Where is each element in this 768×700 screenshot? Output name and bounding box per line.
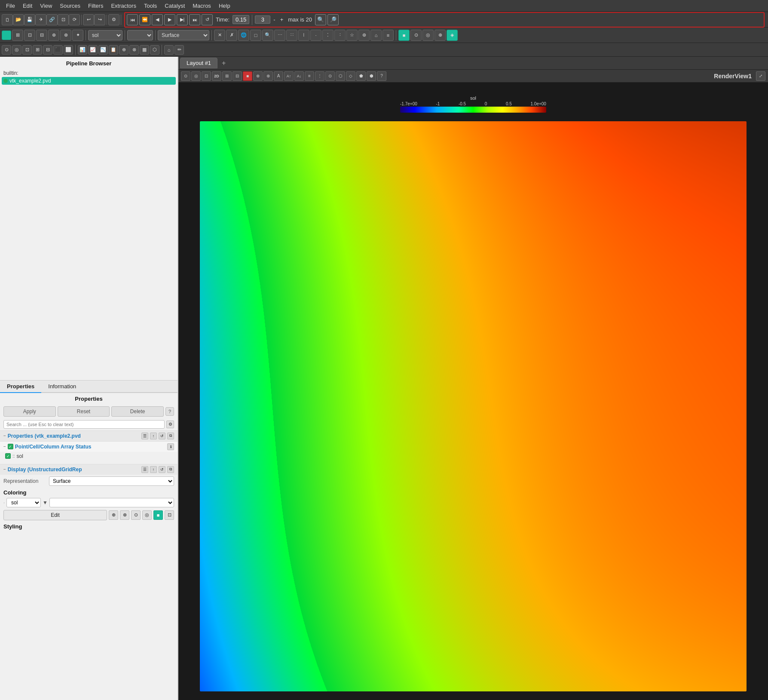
tb2-btn5[interactable]: ⊕ xyxy=(48,30,59,41)
coloring-field-select[interactable]: sol xyxy=(6,498,41,507)
tb2-btn4[interactable]: ⊟ xyxy=(36,30,47,41)
menu-catalyst[interactable]: Catalyst xyxy=(161,2,188,10)
tb2-cross2[interactable]: ✗ xyxy=(226,30,237,41)
add-layout-btn[interactable]: + xyxy=(219,58,228,68)
repr-select[interactable]: Surface xyxy=(49,476,174,486)
view-btn6[interactable]: ⊟ xyxy=(233,71,242,81)
source-selector[interactable]: sol xyxy=(88,30,122,40)
tb3-btn2[interactable]: ◎ xyxy=(12,45,21,55)
view-btn17[interactable]: ◇ xyxy=(346,71,355,81)
menu-help[interactable]: Help xyxy=(215,2,234,10)
tb2-cross1[interactable]: ✕ xyxy=(214,30,225,41)
representation-selector[interactable]: Surface xyxy=(158,30,209,40)
zoom-out-time-btn[interactable]: 🔎 xyxy=(327,14,339,25)
tb2-green1[interactable]: ■ xyxy=(398,30,410,41)
edit-icon4[interactable]: ◎ xyxy=(142,510,152,520)
tb2-clk3[interactable]: ⊕ xyxy=(434,30,446,41)
menu-edit[interactable]: Edit xyxy=(19,2,36,10)
tb2-pts7[interactable]: ☆ xyxy=(346,30,358,41)
view-expand-btn[interactable]: ⤢ xyxy=(756,71,765,81)
view-btn19[interactable]: ⬢ xyxy=(367,71,376,81)
tb2-pts10[interactable]: ≡ xyxy=(382,30,394,41)
zoom-in-time-btn[interactable]: 🔍 xyxy=(315,14,326,25)
view-btn12[interactable]: A↓ xyxy=(294,71,304,81)
view-btn1[interactable]: ⊙ xyxy=(181,71,190,81)
tb3-btn8[interactable]: 📊 xyxy=(78,45,87,55)
view-btn3[interactable]: ⊡ xyxy=(202,71,211,81)
collapse-icon2[interactable]: − xyxy=(3,444,6,449)
tab-information[interactable]: Information xyxy=(41,381,83,393)
tb3-btn1[interactable]: ⊙ xyxy=(2,45,11,55)
tb3-btn6[interactable]: ⬛ xyxy=(53,45,63,55)
tb2-globe[interactable]: 🌐 xyxy=(238,30,249,41)
menu-extractors[interactable]: Extractors xyxy=(107,2,140,10)
group1-btn4[interactable]: ⧉ xyxy=(167,433,174,439)
tb3-btn14[interactable]: ▦ xyxy=(140,45,149,55)
view-btn10[interactable]: A xyxy=(274,71,283,81)
prev-frame-btn[interactable]: ◀ xyxy=(152,14,163,25)
disconnect-btn[interactable]: ⊡ xyxy=(58,14,69,25)
vtk-file-node[interactable]: vtk_example2.pvd xyxy=(2,77,176,85)
color-selector[interactable] xyxy=(127,30,153,40)
view-2d-btn[interactable]: 2D xyxy=(212,71,221,81)
apply-button[interactable]: Apply xyxy=(3,406,56,417)
edit-icon6[interactable]: ⊡ xyxy=(165,510,174,520)
search-gear-icon[interactable]: ⚙ xyxy=(166,421,174,428)
menu-view[interactable]: View xyxy=(37,2,55,10)
tb2-pts4[interactable]: · xyxy=(310,30,321,41)
send-btn[interactable]: ✈ xyxy=(35,14,46,25)
collapse-icon3[interactable]: − xyxy=(3,467,6,472)
tb2-pts6[interactable]: ∶ xyxy=(334,30,346,41)
tb2-pts3[interactable]: ⁞ xyxy=(298,30,309,41)
tb3-btn9[interactable]: 📈 xyxy=(88,45,98,55)
sol-checkbox[interactable]: ✓ xyxy=(5,453,11,459)
settings-btn[interactable]: ⚙ xyxy=(108,14,119,25)
view-btn15[interactable]: ⊙ xyxy=(325,71,335,81)
group3-btn3[interactable]: ↺ xyxy=(159,466,165,473)
view-btn7[interactable]: ■ xyxy=(243,71,252,81)
view-btn20[interactable]: ? xyxy=(377,71,386,81)
group1-btn2[interactable]: ↑ xyxy=(150,433,157,439)
view-btn9[interactable]: ⊕ xyxy=(263,71,273,81)
view-btn5[interactable]: ⊞ xyxy=(222,71,232,81)
group3-btn1[interactable]: ☰ xyxy=(141,466,148,473)
edit-icon2[interactable]: ⊗ xyxy=(120,510,129,520)
group1-btn1[interactable]: ☰ xyxy=(141,433,148,439)
tab-properties[interactable]: Properties xyxy=(0,381,41,393)
tb3-btn17[interactable]: ✏ xyxy=(174,45,184,55)
view-btn13[interactable]: ≡ xyxy=(305,71,314,81)
tb3-btn15[interactable]: ⬡ xyxy=(150,45,159,55)
menu-filters[interactable]: Filters xyxy=(85,2,107,10)
group3-btn2[interactable]: ↑ xyxy=(150,466,157,473)
undo-btn[interactable]: ↩ xyxy=(83,14,94,25)
new-file-btn[interactable]: 🗋 xyxy=(2,14,13,25)
color-range-select[interactable] xyxy=(49,498,174,507)
tb2-clk[interactable]: ⊙ xyxy=(410,30,422,41)
group1-btn3[interactable]: ↺ xyxy=(159,433,165,439)
delete-button[interactable]: Delete xyxy=(111,406,164,417)
tb2-clk2[interactable]: ◎ xyxy=(422,30,434,41)
loop-btn[interactable]: ↺ xyxy=(202,14,213,25)
tb2-square[interactable]: □ xyxy=(250,30,261,41)
tb3-btn12[interactable]: ⊕ xyxy=(119,45,129,55)
view-btn16[interactable]: ⬡ xyxy=(336,71,345,81)
group3-btn4[interactable]: ⧉ xyxy=(167,466,174,473)
group2-info-btn[interactable]: ℹ xyxy=(167,443,174,450)
play-btn[interactable]: ▶ xyxy=(164,14,175,25)
tb3-btn11[interactable]: 📋 xyxy=(109,45,118,55)
view-btn11[interactable]: A↑ xyxy=(284,71,294,81)
redo-btn[interactable]: ↪ xyxy=(94,14,105,25)
tb2-btn3[interactable]: ⊡ xyxy=(24,30,35,41)
tb2-btn1[interactable] xyxy=(2,31,11,40)
edit-icon1[interactable]: ⊕ xyxy=(109,510,118,520)
property-search[interactable] xyxy=(3,420,165,429)
layout-tab-1[interactable]: Layout #1 xyxy=(180,58,217,68)
tb2-green2[interactable]: ◈ xyxy=(447,30,458,41)
open-btn[interactable]: 📂 xyxy=(13,14,24,25)
edit-button[interactable]: Edit xyxy=(3,510,107,520)
tb2-pts8[interactable]: ⊛ xyxy=(358,30,370,41)
menu-tools[interactable]: Tools xyxy=(141,2,160,10)
collapse-icon1[interactable]: − xyxy=(3,433,6,438)
menu-macros[interactable]: Macros xyxy=(189,2,214,10)
edit-icon3[interactable]: ⊙ xyxy=(131,510,141,520)
